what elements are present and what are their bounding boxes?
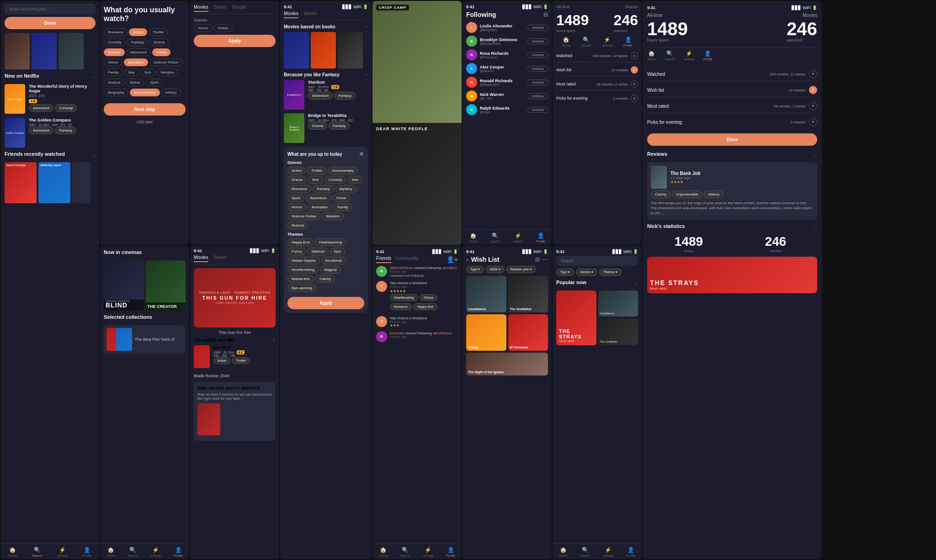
tag[interactable]: Martial Arts — [287, 275, 314, 283]
genre-drama[interactable]: Drama — [149, 38, 169, 46]
tag[interactable]: Eye-opening — [287, 284, 316, 292]
tag[interactable]: Romance — [287, 185, 311, 193]
feedback-tag[interactable]: Drama — [420, 294, 437, 301]
tab-movies-browse[interactable]: Movies — [284, 11, 298, 18]
nav-profile[interactable]: 👤Profile — [536, 232, 545, 243]
tag[interactable]: Adventure — [308, 92, 333, 100]
review-tag[interactable]: History — [704, 190, 723, 198]
tab-movies[interactable]: Movies — [194, 5, 208, 12]
genre-tag[interactable]: Adventure — [29, 104, 53, 112]
nav-activity[interactable]: ⚡Activity — [603, 547, 613, 557]
done-stats-button[interactable]: Done — [647, 133, 817, 146]
tag[interactable]: Fantasy — [329, 122, 350, 130]
genre-horror[interactable]: Horror — [104, 58, 122, 66]
tag[interactable]: Drama — [287, 176, 307, 184]
genre-fantasy[interactable]: Fantasy — [127, 38, 148, 46]
filter-genres[interactable]: Genres ▾ — [576, 269, 597, 276]
list-add[interactable]: + — [631, 52, 638, 59]
apply-button[interactable]: Apply — [194, 35, 276, 47]
tag[interactable]: Thriller — [232, 357, 250, 364]
tag[interactable]: Catchy — [315, 275, 335, 283]
apply-modal-button[interactable]: Apply — [287, 297, 364, 309]
tag[interactable]: Heartwarming — [315, 238, 346, 246]
add-list[interactable]: + — [809, 118, 817, 126]
feedback-tag[interactable]: Happy End — [413, 303, 437, 310]
tab-series[interactable]: Series — [214, 5, 227, 12]
genre-western[interactable]: Western — [157, 69, 179, 76]
nav-activity[interactable]: ⚡Activity — [423, 547, 433, 557]
genre-romance[interactable]: Romance — [104, 28, 128, 36]
nav-activity[interactable]: ⚡Activity — [684, 50, 694, 61]
add-later-link[interactable]: Add later — [136, 120, 153, 124]
genre-tag[interactable]: Comedy — [55, 104, 77, 112]
tag[interactable]: Satirical — [307, 248, 328, 255]
genre-scifi[interactable]: Science Fiction — [149, 58, 182, 66]
nav-activity[interactable]: ⚡Activity — [151, 547, 161, 557]
filter-icon[interactable]: ⊟ — [535, 256, 540, 263]
nav-search[interactable]: 🔍Search — [581, 37, 591, 47]
cinemas-more[interactable]: → — [182, 251, 186, 255]
nav-search[interactable]: 🔍Search — [490, 232, 500, 243]
tag[interactable]: Western — [322, 212, 344, 220]
genre-musical[interactable]: Musical — [104, 79, 124, 86]
new-on-netflix-more[interactable]: → — [92, 75, 96, 79]
tag[interactable]: Magical — [320, 266, 341, 274]
feedback-tag[interactable]: Heartbreaking — [390, 294, 418, 301]
filter-release[interactable]: Release year ▾ — [506, 266, 536, 273]
tag[interactable]: Heartbreaking — [287, 266, 319, 274]
tag[interactable]: Epic — [330, 248, 346, 255]
unfollow-button[interactable]: Unfollow — [527, 79, 548, 85]
friends-more[interactable]: → — [92, 153, 96, 158]
unfollow-button[interactable]: Unfollow — [527, 25, 548, 31]
genre-mystery[interactable]: Mystery — [104, 48, 125, 56]
genre-animation[interactable]: Animation — [124, 58, 149, 66]
back-button[interactable]: ‹ — [466, 256, 468, 263]
filter-type[interactable]: Type ▾ — [466, 266, 484, 273]
tab-community[interactable]: Community — [395, 256, 418, 263]
nav-home[interactable]: 🏠Home — [469, 232, 478, 243]
tab-movies[interactable]: Movies — [194, 255, 208, 262]
add-list[interactable]: + — [809, 102, 817, 110]
collections-more[interactable]: → — [182, 316, 186, 320]
filter-imdb[interactable]: IMDb ▾ — [486, 266, 505, 273]
nav-search[interactable]: 🔍Search — [665, 50, 675, 61]
genre-crime[interactable]: Crime — [152, 48, 170, 56]
books-more[interactable]: → — [364, 25, 368, 29]
nav-activity[interactable]: ⚡Activity — [513, 232, 523, 243]
genre-sport[interactable]: Sport — [146, 79, 163, 86]
feedback-tag[interactable]: Romance — [390, 303, 412, 310]
nav-profile[interactable]: 👤Profile — [174, 547, 183, 557]
tag[interactable]: Musical — [287, 222, 308, 229]
check-list[interactable]: ✓ — [809, 86, 817, 94]
popular-more[interactable]: → — [634, 281, 638, 285]
tag[interactable]: Adventure — [306, 194, 330, 202]
tag[interactable]: Family — [333, 203, 352, 211]
tag[interactable]: Horror — [287, 203, 306, 211]
review-tag[interactable]: Catchy — [651, 190, 670, 198]
might-like-more[interactable]: → — [272, 338, 276, 342]
nav-home[interactable]: 🏠Home — [9, 547, 17, 557]
tag[interactable]: Crime — [332, 194, 350, 202]
genre-tag[interactable]: Fantasy — [55, 127, 76, 134]
genre-action[interactable]: Action — [129, 28, 147, 36]
genre-adventure[interactable]: Adventure — [126, 48, 151, 56]
tag[interactable]: Fantasy — [334, 92, 355, 100]
tag[interactable]: Action — [287, 167, 306, 174]
list-add[interactable]: + — [631, 95, 638, 102]
nav-search[interactable]: 🔍Search — [32, 547, 42, 557]
tag[interactable]: Animation — [308, 203, 332, 211]
nav-home[interactable]: 🏠Home — [106, 547, 115, 557]
genre-thriller[interactable]: Thriller — [149, 28, 168, 36]
tag[interactable]: Science Fiction — [287, 212, 320, 220]
tag[interactable]: Drama — [308, 122, 327, 130]
unfollow-button[interactable]: Unfollow — [527, 52, 548, 58]
list-add[interactable]: + — [631, 80, 638, 88]
tag[interactable]: Action — [213, 357, 230, 364]
nav-activity[interactable]: ⚡Activity — [57, 547, 67, 557]
nav-profile[interactable]: 👤Profile — [446, 547, 455, 557]
nav-profile[interactable]: 👤Profile — [626, 547, 635, 557]
list-check[interactable]: ✓ — [631, 66, 638, 74]
share-input-placeholder[interactable]: Share your thoughts... — [9, 7, 50, 11]
genre-biography[interactable]: Biography — [104, 89, 128, 96]
nav-home[interactable]: 🏠Home — [379, 547, 388, 557]
